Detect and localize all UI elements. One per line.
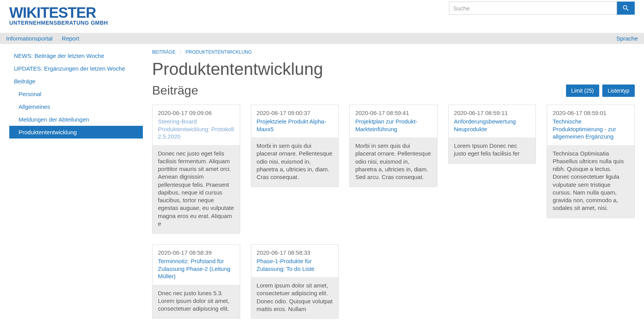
sidebar-item-produktententwicklung[interactable]: Produktententwicklung — [9, 126, 143, 139]
card-date: 2020-06-17 08:59:01 — [552, 110, 629, 116]
card-title-link[interactable]: Steering-Board Produktentwicklung: Proto… — [158, 118, 234, 140]
card-head: 2020-06-17 08:58:39Terminnotiz: Prüfstan… — [153, 245, 240, 285]
limit-button[interactable]: Limit (25) — [566, 85, 599, 97]
card-date: 2020-06-17 08:58:39 — [158, 249, 234, 256]
card-date: 2020-06-17 08:59:11 — [454, 110, 530, 116]
main-content: BEITRÄGE / PRODUKTENTENTWICKLUNG Produkt… — [152, 44, 644, 319]
breadcrumb-current[interactable]: PRODUKTENTENTWICKLUNG — [186, 49, 252, 55]
sidebar-item-personal[interactable]: Personal — [9, 88, 143, 100]
navbar: Informationsportal Report Sprache — [0, 33, 644, 44]
sidebar-item-meldungen[interactable]: Meldungen der Abteilungen — [9, 113, 143, 126]
card-title-link[interactable]: Anforderungsbewertung Neuprodukte — [454, 118, 530, 133]
breadcrumb-root[interactable]: BEITRÄGE — [152, 49, 176, 55]
search-input[interactable] — [449, 2, 617, 15]
sidebar: NEWS: Beiträge der letzten Woche UPDATES… — [0, 44, 152, 319]
card-head: 2020-06-17 08:59:11Anforderungsbewertung… — [449, 105, 536, 137]
card-body: Technisca Optimisatia Phasellus ultrices… — [547, 145, 634, 218]
card: 2020-06-17 08:59:11Anforderungsbewertung… — [448, 105, 536, 164]
nav-language[interactable]: Sprache — [616, 35, 638, 42]
search-area — [449, 2, 635, 15]
card-title-link[interactable]: Projektplan zur Produkt-Markteinführung — [355, 118, 432, 133]
card-head: 2020-06-17 08:59:01Technische Produktopt… — [547, 105, 634, 145]
sidebar-item-updates[interactable]: UPDATES: Ergänzungen der letzen Woche — [9, 62, 143, 75]
card: 2020-06-17 08:58:33Phase-1-Produkte für … — [251, 244, 339, 319]
nav-informationsportal[interactable]: Informationsportal — [6, 35, 53, 42]
card-title-link[interactable]: Phase-1-Produkte für Zulassung: To do Li… — [257, 257, 333, 272]
card-body: Lorem Ipsum Donec nec justo eget felis f… — [449, 137, 536, 163]
card: 2020-06-17 09:09:06Steering-Board Produk… — [152, 105, 240, 233]
sidebar-item-news[interactable]: NEWS: Beiträge der letzten Woche — [9, 49, 143, 62]
sidebar-item-allgemeines[interactable]: Allgemeines — [9, 100, 143, 113]
logo-sub: UNTERNEHMENSBERATUNG GMBH — [9, 20, 108, 26]
card-body: Morbi in sem quis dui placerat ornare. P… — [350, 137, 437, 186]
search-icon — [622, 4, 630, 12]
card-body: Lorem ipsum dolor sit amet, consectetuer… — [251, 277, 339, 318]
card-date: 2020-06-17 09:00:37 — [257, 110, 333, 116]
card-title-link[interactable]: Terminnotiz: Prüfstand für Zulassung Pha… — [158, 257, 234, 280]
sidebar-item-beitraege[interactable]: Beiträge — [9, 75, 143, 88]
card-head: 2020-06-17 09:09:06Steering-Board Produk… — [153, 105, 240, 145]
logo: WIKITESTER UNTERNEHMENSBERATUNG GMBH — [9, 5, 108, 26]
card-body: Morbi in sem quis dui placerat ornare. P… — [251, 137, 339, 186]
card-body: Dnec nec justo lunes 5.3. Lorem ipsum do… — [153, 285, 240, 318]
listentyp-button[interactable]: Listentyp — [602, 85, 635, 97]
section-title: Beiträge — [152, 83, 198, 98]
card-title-link[interactable]: Projektziele Produkt Alpha-Maxx5 — [257, 118, 333, 133]
card-date: 2020-06-17 08:59:41 — [355, 110, 432, 116]
cards-grid: 2020-06-17 09:09:06Steering-Board Produk… — [152, 105, 635, 319]
card-title-link[interactable]: Technische Produktoptimierung - zur allg… — [552, 118, 629, 140]
breadcrumb-separator: / — [180, 49, 181, 55]
search-button[interactable] — [617, 2, 635, 15]
card: 2020-06-17 08:59:01Technische Produktopt… — [547, 105, 635, 218]
card: 2020-06-17 08:58:39Terminnotiz: Prüfstan… — [152, 244, 240, 318]
card-date: 2020-06-17 09:09:06 — [158, 110, 234, 116]
page-title: Produktententwicklung — [152, 59, 635, 79]
card-head: 2020-06-17 08:59:41Projektplan zur Produ… — [350, 105, 437, 137]
breadcrumb: BEITRÄGE / PRODUKTENTENTWICKLUNG — [152, 49, 635, 55]
card-body: Donec nec justo eget felis facilisis fer… — [153, 145, 240, 233]
card-head: 2020-06-17 09:00:37Projektziele Produkt … — [251, 105, 339, 137]
card: 2020-06-17 09:00:37Projektziele Produkt … — [251, 105, 339, 187]
card-head: 2020-06-17 08:58:33Phase-1-Produkte für … — [251, 245, 339, 277]
card: 2020-06-17 08:59:41Projektplan zur Produ… — [349, 105, 437, 187]
card-date: 2020-06-17 08:58:33 — [257, 249, 333, 256]
nav-report[interactable]: Report — [62, 35, 79, 42]
logo-main: WIKITESTER — [9, 5, 108, 21]
